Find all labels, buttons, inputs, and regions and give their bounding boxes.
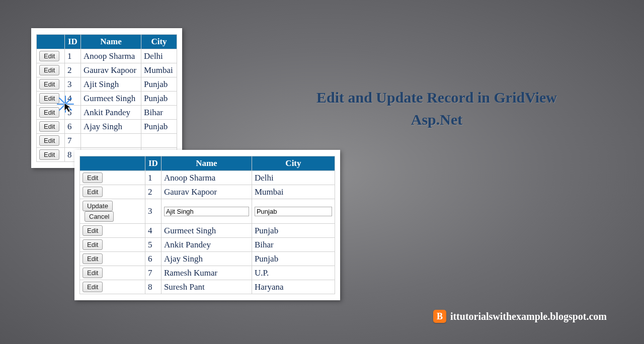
th-city: City — [141, 35, 177, 49]
th-id: ID — [65, 35, 81, 49]
cell-id: 4 — [65, 92, 81, 106]
slide-title: Edit and Update Record in GridView Asp.N… — [240, 87, 633, 130]
edit-button[interactable]: Edit — [83, 282, 103, 292]
edit-button[interactable]: Edit — [83, 253, 103, 264]
cell-name: Ramesh Kumar — [161, 266, 252, 280]
table-row: Edit8Suresh PantHaryana — [80, 280, 335, 294]
gridview-table-a: ID Name City Edit1Anoop SharmaDelhiEdit2… — [36, 34, 177, 162]
cell-id: 3 — [65, 77, 81, 92]
edit-button[interactable]: Edit — [83, 225, 103, 236]
gridview-panel-b: ID Name City Edit1Anoop SharmaDelhiEdit2… — [74, 150, 340, 300]
cell-city — [252, 199, 335, 224]
cell-name: Suresh Pant — [161, 280, 252, 294]
table-row: Edit1Anoop SharmaDelhi — [37, 49, 177, 63]
cell-id: 2 — [65, 63, 81, 77]
th-actions — [80, 156, 145, 171]
cell-id: 7 — [145, 266, 162, 280]
cell-id: 3 — [145, 199, 162, 224]
edit-button[interactable]: Edit — [39, 93, 59, 104]
table-row: Edit2Gaurav KapoorMumbai — [80, 185, 335, 199]
gridview-panel-a: ID Name City Edit1Anoop SharmaDelhiEdit2… — [31, 28, 182, 168]
blogger-icon: B — [433, 310, 446, 323]
name-input[interactable] — [164, 207, 249, 216]
cell-name: Ankit Pandey — [80, 106, 141, 120]
cell-id: 8 — [145, 280, 162, 294]
table-row: Edit4Gurmeet SinghPunjab — [80, 224, 335, 238]
site-url: ittutorialswithexample.blogspot.com — [450, 311, 607, 322]
cell-city: Delhi — [252, 171, 335, 185]
cell-id: 5 — [145, 238, 162, 252]
footer: B ittutorialswithexample.blogspot.com — [433, 310, 607, 323]
table-row: Edit7Ramesh KumarU.P. — [80, 266, 335, 280]
edit-button[interactable]: Edit — [39, 79, 59, 90]
cell-id: 6 — [145, 252, 162, 266]
cell-name: Gurmeet Singh — [80, 92, 141, 106]
edit-button[interactable]: Edit — [39, 65, 59, 75]
edit-button[interactable]: Edit — [39, 149, 59, 160]
cell-city: Bihar — [252, 238, 335, 252]
cell-name — [161, 199, 252, 224]
cell-name: Anoop Sharma — [80, 49, 141, 63]
edit-button[interactable]: Edit — [83, 268, 103, 278]
cell-city: Punjab — [141, 92, 177, 106]
edit-button[interactable]: Edit — [83, 187, 103, 197]
cell-city: Delhi — [141, 49, 177, 63]
th-city: City — [252, 156, 335, 171]
cell-id: 1 — [65, 49, 81, 63]
table-row: Edit3Ajit SinghPunjab — [37, 77, 177, 92]
table-row: Edit4Gurmeet SinghPunjab — [37, 92, 177, 106]
table-row: Edit7 — [37, 134, 177, 148]
edit-button[interactable]: Edit — [83, 239, 103, 250]
table-row: UpdateCancel3 — [80, 199, 335, 224]
cell-id: 7 — [65, 134, 81, 148]
cell-city: Mumbai — [141, 63, 177, 77]
table-row: Edit5Ankit PandeyBihar — [37, 106, 177, 120]
cell-name: Ajit Singh — [80, 77, 141, 92]
cell-name: Gaurav Kapoor — [80, 63, 141, 77]
cell-id: 1 — [145, 171, 162, 185]
cell-name: Ajay Singh — [161, 252, 252, 266]
cell-city: Punjab — [141, 77, 177, 92]
table-row: Edit1Anoop SharmaDelhi — [80, 171, 335, 185]
edit-button[interactable]: Edit — [83, 173, 103, 183]
update-button[interactable]: Update — [83, 201, 113, 211]
title-line-2: Asp.Net — [411, 111, 463, 128]
th-id: ID — [145, 156, 162, 171]
cell-city: Haryana — [252, 280, 335, 294]
city-input[interactable] — [255, 207, 332, 216]
th-name: Name — [161, 156, 252, 171]
gridview-table-b: ID Name City Edit1Anoop SharmaDelhiEdit2… — [79, 156, 335, 294]
cell-city: U.P. — [252, 266, 335, 280]
cancel-button[interactable]: Cancel — [85, 211, 114, 222]
cell-name: Ajay Singh — [80, 120, 141, 134]
cell-city: Punjab — [252, 252, 335, 266]
cell-city: Bihar — [141, 106, 177, 120]
cell-city: Punjab — [252, 224, 335, 238]
cell-name: Gaurav Kapoor — [161, 185, 252, 199]
cell-city: Punjab — [141, 120, 177, 134]
edit-button[interactable]: Edit — [39, 107, 59, 118]
edit-button[interactable]: Edit — [39, 51, 59, 61]
cell-id: 5 — [65, 106, 81, 120]
cell-id: 2 — [145, 185, 162, 199]
cell-id: 6 — [65, 120, 81, 134]
table-row: Edit6Ajay SinghPunjab — [37, 120, 177, 134]
cell-city: Mumbai — [252, 185, 335, 199]
cell-city — [141, 134, 177, 148]
th-name: Name — [80, 35, 141, 49]
cell-id: 4 — [145, 224, 162, 238]
cell-name: Ankit Pandey — [161, 238, 252, 252]
edit-button[interactable]: Edit — [39, 121, 59, 132]
cell-name: Gurmeet Singh — [161, 224, 252, 238]
cell-name: Anoop Sharma — [161, 171, 252, 185]
table-row: Edit2Gaurav KapoorMumbai — [37, 63, 177, 77]
th-actions — [37, 35, 65, 49]
table-row: Edit5Ankit PandeyBihar — [80, 238, 335, 252]
edit-button[interactable]: Edit — [39, 135, 59, 146]
title-line-1: Edit and Update Record in GridView — [316, 89, 557, 106]
table-row: Edit6Ajay SinghPunjab — [80, 252, 335, 266]
cell-name — [80, 134, 141, 148]
